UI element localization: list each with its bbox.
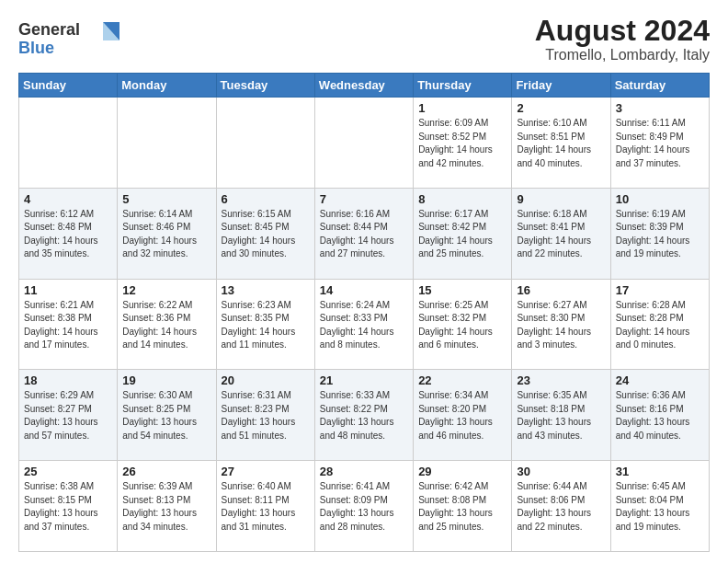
day-info: Sunrise: 6:41 AM Sunset: 8:09 PM Dayligh… <box>320 480 408 534</box>
calendar-cell <box>19 98 118 189</box>
day-info: Sunrise: 6:38 AM Sunset: 8:15 PM Dayligh… <box>24 480 112 534</box>
page: General Blue August 2024 Tromello, Lomba… <box>0 0 728 563</box>
day-number: 24 <box>616 373 704 387</box>
day-info: Sunrise: 6:10 AM Sunset: 8:51 PM Dayligh… <box>517 117 605 170</box>
day-number: 18 <box>24 373 112 387</box>
calendar-cell: 9Sunrise: 6:18 AM Sunset: 8:41 PM Daylig… <box>512 188 610 279</box>
calendar-cell: 11Sunrise: 6:21 AM Sunset: 8:38 PM Dayli… <box>19 279 118 370</box>
day-info: Sunrise: 6:28 AM Sunset: 8:28 PM Dayligh… <box>616 299 704 352</box>
day-info: Sunrise: 6:25 AM Sunset: 8:32 PM Dayligh… <box>418 299 506 352</box>
week-row-2: 4Sunrise: 6:12 AM Sunset: 8:48 PM Daylig… <box>19 188 710 279</box>
calendar-cell: 21Sunrise: 6:33 AM Sunset: 8:22 PM Dayli… <box>314 370 413 461</box>
day-info: Sunrise: 6:35 AM Sunset: 8:18 PM Dayligh… <box>517 389 605 442</box>
calendar-cell <box>314 98 413 189</box>
day-info: Sunrise: 6:18 AM Sunset: 8:41 PM Dayligh… <box>517 208 605 261</box>
day-number: 14 <box>320 283 408 297</box>
svg-text:Blue: Blue <box>18 39 54 57</box>
logo-svg: General Blue <box>18 15 119 59</box>
calendar-cell: 31Sunrise: 6:45 AM Sunset: 8:04 PM Dayli… <box>610 461 709 552</box>
day-info: Sunrise: 6:40 AM Sunset: 8:11 PM Dayligh… <box>222 480 310 534</box>
day-info: Sunrise: 6:15 AM Sunset: 8:45 PM Dayligh… <box>222 208 310 261</box>
calendar-cell: 22Sunrise: 6:34 AM Sunset: 8:20 PM Dayli… <box>414 370 512 461</box>
day-info: Sunrise: 6:11 AM Sunset: 8:49 PM Dayligh… <box>616 117 704 170</box>
calendar-cell <box>118 98 216 189</box>
day-number: 27 <box>222 465 310 478</box>
calendar-cell: 29Sunrise: 6:42 AM Sunset: 8:08 PM Dayli… <box>414 461 512 552</box>
day-info: Sunrise: 6:44 AM Sunset: 8:06 PM Dayligh… <box>517 480 605 534</box>
weekday-header-saturday: Saturday <box>610 74 709 98</box>
day-info: Sunrise: 6:17 AM Sunset: 8:42 PM Dayligh… <box>418 208 506 261</box>
svg-text:General: General <box>18 20 80 39</box>
logo-text: General Blue <box>18 15 119 63</box>
weekday-header-friday: Friday <box>512 74 610 98</box>
day-info: Sunrise: 6:22 AM Sunset: 8:36 PM Dayligh… <box>122 299 210 352</box>
day-number: 23 <box>517 373 605 387</box>
day-number: 13 <box>222 283 310 297</box>
day-number: 30 <box>517 465 605 478</box>
day-number: 6 <box>222 192 310 206</box>
day-number: 4 <box>24 192 112 206</box>
calendar-cell: 16Sunrise: 6:27 AM Sunset: 8:30 PM Dayli… <box>512 279 610 370</box>
calendar-header: SundayMondayTuesdayWednesdayThursdayFrid… <box>19 74 710 98</box>
day-info: Sunrise: 6:29 AM Sunset: 8:27 PM Dayligh… <box>24 389 112 442</box>
calendar-cell <box>216 98 314 189</box>
day-number: 5 <box>122 192 210 206</box>
header: General Blue August 2024 Tromello, Lomba… <box>18 15 710 63</box>
calendar-cell: 24Sunrise: 6:36 AM Sunset: 8:16 PM Dayli… <box>610 370 709 461</box>
calendar-cell: 1Sunrise: 6:09 AM Sunset: 8:52 PM Daylig… <box>414 98 512 189</box>
day-number: 7 <box>320 192 408 206</box>
day-info: Sunrise: 6:34 AM Sunset: 8:20 PM Dayligh… <box>418 389 506 442</box>
calendar-cell: 13Sunrise: 6:23 AM Sunset: 8:35 PM Dayli… <box>216 279 314 370</box>
calendar-cell: 27Sunrise: 6:40 AM Sunset: 8:11 PM Dayli… <box>216 461 314 552</box>
day-number: 3 <box>616 101 704 115</box>
day-number: 10 <box>616 192 704 206</box>
calendar-cell: 5Sunrise: 6:14 AM Sunset: 8:46 PM Daylig… <box>118 188 216 279</box>
calendar-cell: 26Sunrise: 6:39 AM Sunset: 8:13 PM Dayli… <box>118 461 216 552</box>
page-title: August 2024 <box>535 15 710 47</box>
calendar-table: SundayMondayTuesdayWednesdayThursdayFrid… <box>18 73 710 552</box>
day-info: Sunrise: 6:33 AM Sunset: 8:22 PM Dayligh… <box>320 389 408 442</box>
calendar-cell: 18Sunrise: 6:29 AM Sunset: 8:27 PM Dayli… <box>19 370 118 461</box>
day-number: 31 <box>616 465 704 478</box>
day-number: 8 <box>418 192 506 206</box>
day-number: 28 <box>320 465 408 478</box>
day-number: 22 <box>418 373 506 387</box>
day-number: 20 <box>222 373 310 387</box>
day-info: Sunrise: 6:16 AM Sunset: 8:44 PM Dayligh… <box>320 208 408 261</box>
day-number: 29 <box>418 465 506 478</box>
calendar-cell: 6Sunrise: 6:15 AM Sunset: 8:45 PM Daylig… <box>216 188 314 279</box>
day-info: Sunrise: 6:24 AM Sunset: 8:33 PM Dayligh… <box>320 299 408 352</box>
day-number: 16 <box>517 283 605 297</box>
week-row-3: 11Sunrise: 6:21 AM Sunset: 8:38 PM Dayli… <box>19 279 710 370</box>
day-number: 12 <box>122 283 210 297</box>
day-info: Sunrise: 6:14 AM Sunset: 8:46 PM Dayligh… <box>122 208 210 261</box>
weekday-header-monday: Monday <box>118 74 216 98</box>
logo: General Blue <box>18 15 119 63</box>
weekday-header-wednesday: Wednesday <box>314 74 413 98</box>
day-number: 17 <box>616 283 704 297</box>
calendar-cell: 30Sunrise: 6:44 AM Sunset: 8:06 PM Dayli… <box>512 461 610 552</box>
day-number: 15 <box>418 283 506 297</box>
week-row-5: 25Sunrise: 6:38 AM Sunset: 8:15 PM Dayli… <box>19 461 710 552</box>
day-info: Sunrise: 6:42 AM Sunset: 8:08 PM Dayligh… <box>418 480 506 534</box>
calendar-cell: 2Sunrise: 6:10 AM Sunset: 8:51 PM Daylig… <box>512 98 610 189</box>
day-info: Sunrise: 6:19 AM Sunset: 8:39 PM Dayligh… <box>616 208 704 261</box>
day-info: Sunrise: 6:21 AM Sunset: 8:38 PM Dayligh… <box>24 299 112 352</box>
week-row-4: 18Sunrise: 6:29 AM Sunset: 8:27 PM Dayli… <box>19 370 710 461</box>
weekday-row: SundayMondayTuesdayWednesdayThursdayFrid… <box>19 74 710 98</box>
day-number: 1 <box>418 101 506 115</box>
calendar-cell: 17Sunrise: 6:28 AM Sunset: 8:28 PM Dayli… <box>610 279 709 370</box>
day-number: 9 <box>517 192 605 206</box>
title-block: August 2024 Tromello, Lombardy, Italy <box>535 15 710 63</box>
weekday-header-thursday: Thursday <box>414 74 512 98</box>
calendar-cell: 8Sunrise: 6:17 AM Sunset: 8:42 PM Daylig… <box>414 188 512 279</box>
weekday-header-tuesday: Tuesday <box>216 74 314 98</box>
calendar-cell: 25Sunrise: 6:38 AM Sunset: 8:15 PM Dayli… <box>19 461 118 552</box>
day-info: Sunrise: 6:45 AM Sunset: 8:04 PM Dayligh… <box>616 480 704 534</box>
day-info: Sunrise: 6:27 AM Sunset: 8:30 PM Dayligh… <box>517 299 605 352</box>
calendar-cell: 23Sunrise: 6:35 AM Sunset: 8:18 PM Dayli… <box>512 370 610 461</box>
day-number: 19 <box>122 373 210 387</box>
calendar-cell: 15Sunrise: 6:25 AM Sunset: 8:32 PM Dayli… <box>414 279 512 370</box>
day-info: Sunrise: 6:30 AM Sunset: 8:25 PM Dayligh… <box>122 389 210 442</box>
day-info: Sunrise: 6:23 AM Sunset: 8:35 PM Dayligh… <box>222 299 310 352</box>
